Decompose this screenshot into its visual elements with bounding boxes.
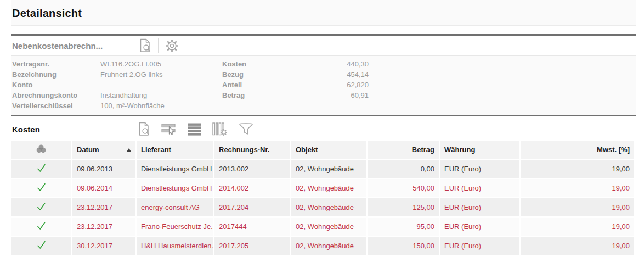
cell-lieferant: energy-consult AG xyxy=(137,198,213,216)
column-header-mwst[interactable]: Mwst. [%] xyxy=(521,141,634,159)
field-bezeichnung: Bezeichnung Fruhnert 2.OG links xyxy=(11,69,211,80)
cell-objekt: 02, Wohngebäude xyxy=(291,160,366,178)
gear-icon xyxy=(165,39,179,53)
preview-button[interactable] xyxy=(136,121,152,137)
cell-mwst: 19,00 xyxy=(521,179,634,197)
column-header-datum[interactable]: Datum xyxy=(72,141,135,159)
check-icon xyxy=(36,182,47,192)
filter-button[interactable] xyxy=(237,122,255,136)
table-row[interactable]: 30.12.2017 H&H Hausmeisterdien... 2017.2… xyxy=(11,237,634,255)
field-label: Bezeichnung xyxy=(11,69,100,80)
cell-betrag: 540,00 xyxy=(368,179,439,197)
detail-panel: Nebenkostenabrechn... xyxy=(11,34,636,116)
cell-betrag: 95,00 xyxy=(368,218,439,236)
cell-datum: 09.06.2014 xyxy=(72,179,135,197)
table-row[interactable]: 09.06.2013 Dienstleistungs GmbH 2013.002… xyxy=(11,160,634,178)
column-settings-icon xyxy=(212,122,228,136)
table-row[interactable]: 23.12.2017 energy-consult AG 2017.204 02… xyxy=(11,198,634,216)
detail-form: Vertragsnr. WI.116.2OG.LI.005 Bezeichnun… xyxy=(11,56,636,115)
field-label: Abrechnungskonto xyxy=(11,90,100,101)
page-title: Detailansicht xyxy=(12,7,632,20)
table-row[interactable]: 23.12.2017 Frano-Feuerschutz Je... 20174… xyxy=(11,218,634,236)
cell-waehrung: EUR (Euro) xyxy=(440,198,519,216)
check-icon xyxy=(36,221,47,231)
field-value: 100, m²-Wohnfläche xyxy=(100,101,165,111)
cell-rechnungsnr: 2017444 xyxy=(214,218,290,236)
preview-button[interactable] xyxy=(137,38,153,53)
column-header-lieferant[interactable]: Lieferant xyxy=(137,141,213,159)
field-value: 440,30 xyxy=(307,59,369,69)
field-vertragsnr: Vertragsnr. WI.116.2OG.LI.005 xyxy=(11,59,211,69)
kosten-toolbar xyxy=(136,121,255,137)
field-value: 454,14 xyxy=(307,69,369,80)
list-rows-icon xyxy=(188,123,201,136)
column-label: Datum xyxy=(77,146,99,154)
cell-datum: 30.12.2017 xyxy=(72,237,135,255)
field-label: Vertragsnr. xyxy=(11,59,100,69)
row-status-cell xyxy=(11,218,71,236)
title-bar: Detailansicht xyxy=(11,0,636,26)
settings-button[interactable] xyxy=(163,38,180,53)
field-anteil: Anteil 62,820 xyxy=(222,80,376,90)
cell-mwst: 19,00 xyxy=(521,218,634,236)
cell-rechnungsnr: 2014.002 xyxy=(214,179,290,197)
cell-datum: 09.06.2013 xyxy=(72,160,135,178)
select-rows-button[interactable] xyxy=(160,122,178,136)
cell-lieferant: Dienstleistungs GmbH xyxy=(137,160,213,178)
cell-waehrung: EUR (Euro) xyxy=(440,160,519,178)
cell-lieferant: H&H Hausmeisterdien... xyxy=(137,237,213,255)
cell-lieferant: Frano-Feuerschutz Je... xyxy=(137,218,213,236)
detail-panel-header: Nebenkostenabrechn... xyxy=(11,36,636,56)
column-header-waehrung[interactable]: Währung xyxy=(440,141,519,159)
cell-objekt: 02, Wohngebäude xyxy=(291,198,366,216)
field-value: Fruhnert 2.OG links xyxy=(100,69,162,80)
cell-waehrung: EUR (Euro) xyxy=(440,179,519,197)
cell-rechnungsnr: 2013.002 xyxy=(214,160,290,178)
row-status-cell xyxy=(11,179,71,197)
column-header-objekt[interactable]: Objekt xyxy=(291,141,366,159)
row-status-cell xyxy=(11,198,71,216)
field-label: Betrag xyxy=(222,90,307,101)
table-row[interactable]: 09.06.2014 Dienstleistungs GmbH 2014.002… xyxy=(11,179,634,197)
document-search-icon xyxy=(138,122,150,136)
field-label: Bezug xyxy=(222,69,307,80)
filter-funnel-icon xyxy=(239,122,253,136)
row-status-cell xyxy=(11,237,71,255)
cell-waehrung: EUR (Euro) xyxy=(440,237,519,255)
toolbar-divider xyxy=(158,38,159,53)
select-rows-icon xyxy=(161,123,177,136)
field-value: Instandhaltung xyxy=(100,90,147,101)
field-value: 62,820 xyxy=(307,80,369,90)
sort-ascending-icon xyxy=(127,148,131,152)
field-verteilerschluessel: Verteilerschlüssel 100, m²-Wohnfläche xyxy=(11,101,211,111)
kosten-title: Kosten xyxy=(11,125,136,134)
cell-mwst: 19,00 xyxy=(521,237,634,255)
cell-betrag: 150,00 xyxy=(368,237,439,255)
form-column-left: Vertragsnr. WI.116.2OG.LI.005 Bezeichnun… xyxy=(11,59,211,111)
column-settings-button[interactable] xyxy=(211,122,229,136)
cell-betrag: 125,00 xyxy=(368,198,439,216)
cell-lieferant: Dienstleistungs GmbH xyxy=(137,179,213,197)
cell-rechnungsnr: 2017.204 xyxy=(214,198,290,216)
cell-rechnungsnr: 2017.205 xyxy=(214,237,290,255)
document-search-icon xyxy=(139,38,151,53)
cell-betrag: 0,00 xyxy=(368,160,439,178)
kosten-table: Datum Lieferant Rechnungs-Nr. Objekt Bet… xyxy=(10,140,635,256)
check-icon xyxy=(36,202,47,211)
cell-objekt: 02, Wohngebäude xyxy=(291,237,366,255)
list-rows-button[interactable] xyxy=(186,122,203,136)
field-betrag: Betrag 60,91 xyxy=(222,90,376,101)
column-header-betrag[interactable]: Betrag xyxy=(368,141,439,159)
column-header-rechnungsnr[interactable]: Rechnungs-Nr. xyxy=(214,141,290,159)
field-label: Verteilerschlüssel xyxy=(11,101,100,111)
page: Detailansicht Nebenkostenabrechn... xyxy=(0,0,644,256)
field-bezug: Bezug 454,14 xyxy=(222,69,376,80)
column-header-status[interactable] xyxy=(11,141,71,159)
field-value: WI.116.2OG.LI.005 xyxy=(100,59,161,69)
table-header-row: Datum Lieferant Rechnungs-Nr. Objekt Bet… xyxy=(11,141,634,159)
panel-title: Nebenkostenabrechn... xyxy=(12,41,137,51)
field-konto: Konto xyxy=(11,80,211,90)
field-value: 60,91 xyxy=(307,90,369,101)
cell-mwst: 19,00 xyxy=(521,198,634,216)
row-status-cell xyxy=(11,160,71,178)
